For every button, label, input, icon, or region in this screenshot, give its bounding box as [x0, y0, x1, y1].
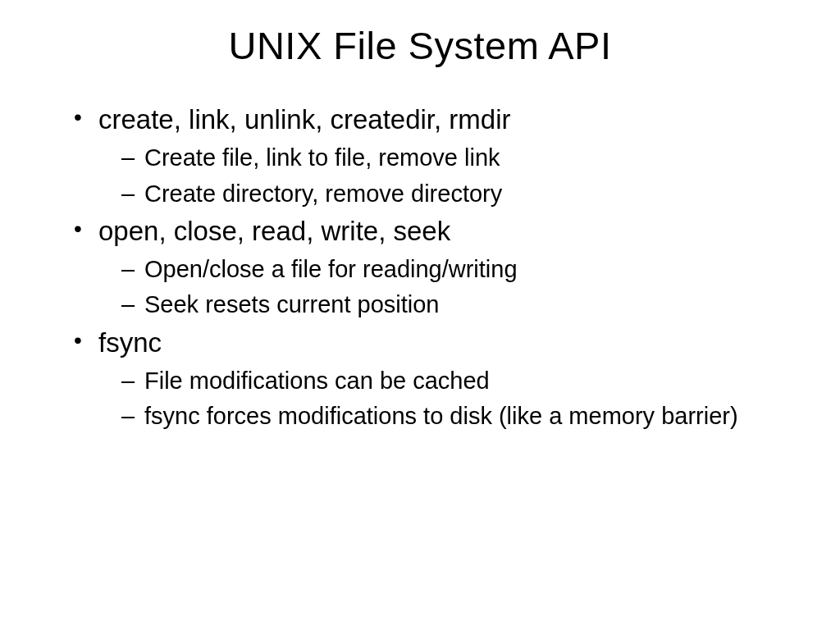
sub-bullet-list: File modifications can be cached fsync f… — [98, 366, 791, 431]
sub-bullet-item: Create file, link to file, remove link — [121, 143, 791, 172]
sub-bullet-item: Open/close a file for reading/writing — [121, 254, 791, 284]
sub-bullet-item: fsync forces modifications to disk (like… — [121, 401, 791, 431]
bullet-text: create, link, unlink, createdir, rmdir — [98, 104, 511, 135]
sub-bullet-item: File modifications can be cached — [121, 366, 791, 395]
sub-bullet-item: Create directory, remove directory — [121, 179, 791, 208]
bullet-item: fsync File modifications can be cached f… — [74, 326, 791, 431]
slide-content: create, link, unlink, createdir, rmdir C… — [49, 103, 791, 431]
bullet-item: open, close, read, write, seek Open/clos… — [74, 214, 791, 320]
sub-bullet-list: Open/close a file for reading/writing Se… — [98, 254, 791, 320]
bullet-item: create, link, unlink, createdir, rmdir C… — [74, 103, 791, 208]
sub-bullet-list: Create file, link to file, remove link C… — [98, 143, 791, 208]
slide-title: UNIX File System API — [49, 23, 791, 68]
bullet-text: open, close, read, write, seek — [98, 216, 450, 246]
bullet-text: fsync — [98, 327, 162, 358]
sub-bullet-item: Seek resets current position — [121, 290, 791, 319]
bullet-list: create, link, unlink, createdir, rmdir C… — [74, 103, 791, 431]
